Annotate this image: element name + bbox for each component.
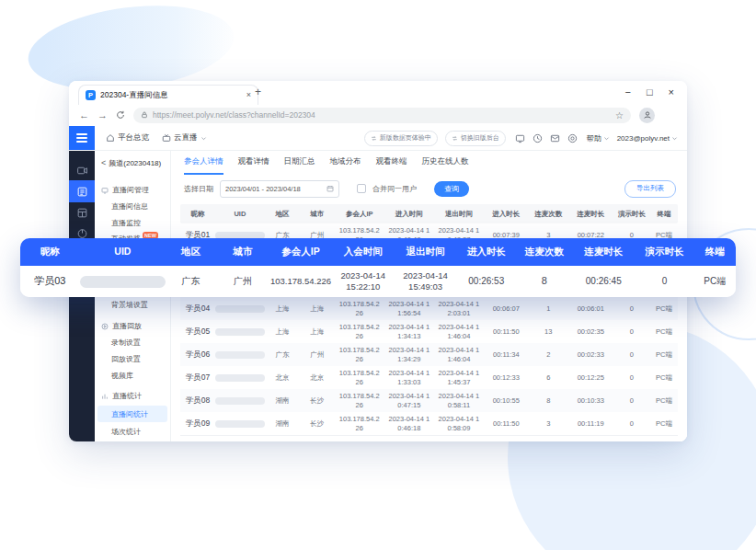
- home-icon: [106, 133, 115, 143]
- name-cell: 学员09: [180, 418, 215, 429]
- column-header: 参会人IP: [335, 210, 384, 218]
- query-button[interactable]: 查询: [434, 181, 469, 197]
- ip-cell: 103.178.54.226: [335, 300, 384, 317]
- layout-grid-icon[interactable]: [69, 202, 95, 223]
- filter-bar: 选择日期 2023/04/01 - 2023/04/18 合并同一用户 查询 导…: [184, 179, 676, 198]
- duration-cell: 00:11:34: [484, 350, 529, 359]
- url-field[interactable]: https://meet.polyv.net/class?channelId=2…: [133, 108, 631, 123]
- date-range-input[interactable]: 2023/04/01 - 2023/04/18: [220, 180, 339, 198]
- merge-user-checkbox[interactable]: [357, 184, 366, 193]
- new-version-badge-label: 新版数据页体验中: [380, 133, 431, 143]
- page: P 202304-直播间信息 × + − □ × ← → https://me: [0, 0, 756, 550]
- document-list-icon[interactable]: [69, 180, 95, 202]
- sidebar-item-background-wall[interactable]: 背景墙设置: [111, 300, 148, 310]
- sidebar-item-live-room-info[interactable]: 直播间信息: [111, 201, 148, 212]
- window-close-icon[interactable]: ×: [669, 87, 674, 97]
- camera-icon[interactable]: [69, 160, 95, 180]
- column-header: 昵称: [180, 210, 215, 218]
- mail-icon[interactable]: [550, 133, 560, 143]
- new-tab-button[interactable]: +: [255, 86, 261, 97]
- chevron-down-icon: [200, 135, 207, 142]
- overlay-header-row: 昵称UID地区城市参会人IP入会时间退出时间进入时长连麦次数连麦时长演示时长终端: [20, 238, 736, 266]
- mic-count-cell: 8: [529, 396, 568, 405]
- uid-redacted-pill: [215, 420, 265, 428]
- uid-cell: [215, 328, 265, 336]
- city-cell: 长沙: [300, 419, 335, 428]
- tab-participant-details[interactable]: 参会人详情: [184, 151, 223, 175]
- sidebar-section-live-stats[interactable]: 直播统计: [101, 391, 142, 401]
- reload-icon[interactable]: [116, 110, 125, 120]
- overlay-column-header: 演示时长: [635, 246, 694, 258]
- overlay-column-header: 退出时间: [395, 246, 457, 258]
- chevron-left-icon: <: [101, 159, 106, 167]
- tab-history-online[interactable]: 历史在线人数: [422, 151, 469, 175]
- city-cell: 上海: [300, 327, 335, 336]
- sidebar-item-record-settings[interactable]: 录制设置: [111, 338, 141, 348]
- region-cell: 广东: [166, 276, 216, 288]
- terminal-cell: PC端: [650, 373, 678, 382]
- browser-tab[interactable]: P 202304-直播间信息 ×: [78, 85, 258, 105]
- account-menu[interactable]: 2023@polyv.net: [617, 134, 678, 143]
- new-version-badge[interactable]: 新版数据页体验中: [364, 131, 438, 146]
- clock-icon[interactable]: [533, 133, 543, 143]
- tab-region-distribution[interactable]: 地域分布: [330, 151, 361, 175]
- back-icon[interactable]: ←: [79, 110, 89, 120]
- profile-avatar[interactable]: [639, 108, 655, 123]
- exit-time-cell: 2023-04-14 10:58:09: [434, 415, 484, 432]
- exit-time-cell: 2023-04-14 15:49:03: [395, 270, 457, 292]
- date-filter-label: 选择日期: [184, 184, 213, 194]
- export-list-button[interactable]: 导出列表: [624, 180, 676, 198]
- browser-address-bar: ← → https://meet.polyv.net/class?channel…: [69, 104, 687, 126]
- sidebar-section-live-room-manage[interactable]: 直播间管理: [101, 185, 149, 195]
- sidebar-back-channel[interactable]: < 频道(20230418): [101, 158, 161, 168]
- mic-count-cell: 6: [529, 373, 568, 382]
- help-menu[interactable]: 帮助: [587, 133, 610, 143]
- demo-duration-cell: 0: [613, 419, 651, 428]
- bookmark-star-icon[interactable]: ☆: [615, 110, 624, 120]
- terminal-cell: PC端: [650, 304, 678, 313]
- enter-time-cell: 2023-04-14 11:33:03: [384, 369, 434, 386]
- terminal-cell: PC端: [650, 327, 678, 336]
- sidebar-item-session-stats[interactable]: 场次统计: [111, 427, 141, 437]
- region-cell: 广东: [265, 350, 300, 359]
- sidebar-item-live-room-stats[interactable]: 直播间统计: [97, 406, 167, 422]
- tab-view-details[interactable]: 观看详情: [238, 151, 269, 175]
- cloud-live-menu[interactable]: 云直播: [162, 132, 207, 143]
- window-maximize-icon[interactable]: □: [647, 87, 653, 97]
- tab-date-summary[interactable]: 日期汇总: [284, 151, 315, 175]
- display-icon[interactable]: [515, 133, 525, 143]
- column-header: 连麦次数: [529, 210, 568, 218]
- playback-icon: [101, 323, 109, 330]
- demo-duration-cell: 0: [635, 276, 694, 288]
- exit-time-cell: 2023-04-14 12:03:01: [434, 300, 484, 317]
- menu-hamburger-icon[interactable]: [69, 126, 95, 150]
- name-cell: 学员03: [20, 275, 80, 288]
- mic-duration-cell: 00:12:25: [568, 373, 613, 382]
- switch-old-version-badge[interactable]: 切换旧版后台: [445, 131, 506, 146]
- enter-time-cell: 2023-04-14 11:56:54: [384, 300, 434, 317]
- exit-time-cell: 2023-04-14 11:45:37: [434, 369, 484, 386]
- overlay-column-header: 进入时长: [456, 246, 516, 258]
- sidebar-item-playback-settings[interactable]: 回放设置: [111, 354, 141, 364]
- name-cell: 学员07: [180, 372, 215, 383]
- forward-icon[interactable]: →: [97, 110, 108, 120]
- overlay-column-header: 入会时间: [332, 246, 395, 258]
- platform-overview-link[interactable]: 平台总览: [106, 132, 149, 143]
- overlay-column-header: 参会人IP: [269, 246, 332, 258]
- sidebar-item-live-monitor[interactable]: 直播监控: [111, 218, 141, 228]
- sidebar-section-live-playback[interactable]: 直播回放: [101, 321, 142, 331]
- region-cell: 上海: [265, 304, 300, 313]
- tab-close-icon[interactable]: ×: [246, 91, 251, 99]
- table-row: 学员05上海上海103.178.54.2262023-04-14 11:34:1…: [180, 320, 678, 343]
- service-icon[interactable]: [567, 133, 578, 143]
- ip-cell: 103.178.54.226: [335, 346, 384, 363]
- uid-redacted-pill: [80, 276, 166, 288]
- column-header: 城市: [300, 210, 335, 218]
- overlay-column-header: 昵称: [20, 246, 80, 258]
- window-minimize-icon[interactable]: −: [624, 87, 630, 97]
- region-cell: 湖南: [265, 419, 300, 428]
- uid-cell: [215, 374, 265, 382]
- sidebar-item-video-library[interactable]: 视频库: [111, 371, 133, 381]
- tab-view-terminal[interactable]: 观看终端: [376, 151, 407, 175]
- name-cell: 学员06: [180, 349, 215, 360]
